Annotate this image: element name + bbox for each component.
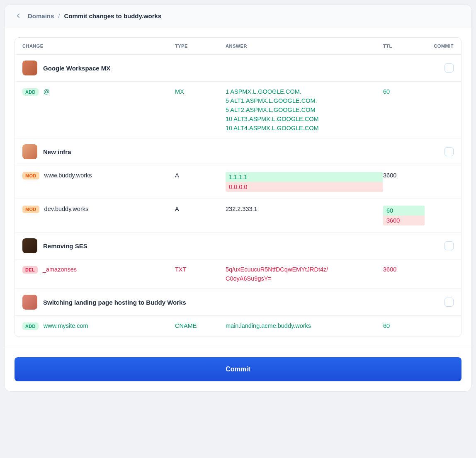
- header: Domains / Commit changes to buddy.works: [5, 5, 471, 27]
- back-icon[interactable]: [15, 12, 22, 19]
- group-title: Google Workspace MX: [43, 65, 444, 72]
- col-header-type: TYPE: [175, 44, 226, 48]
- record-name: @: [44, 88, 50, 95]
- answer-line: 232.2.333.1: [226, 206, 383, 212]
- avatar: [22, 238, 37, 253]
- content: CHANGE TYPE ANSWER TTL COMMIT Google Wor…: [5, 27, 471, 337]
- avatar: [22, 144, 37, 159]
- action-badge: MOD: [22, 206, 39, 213]
- group-commit-checkbox[interactable]: [444, 298, 454, 307]
- group-title: Switching landing page hosting to Buddy …: [43, 299, 444, 306]
- answer-line: 5 ALT1.ASPMX.L.GOOGLE.COM.: [226, 97, 383, 104]
- record-name: _amazonses: [43, 266, 77, 273]
- window: Domains / Commit changes to buddy.works …: [4, 4, 472, 392]
- answer-line: 5 ALT2.ASPMX.L.GOOGLE.COM: [226, 107, 383, 113]
- record-ttl: 3600: [383, 266, 425, 273]
- table-body: Google Workspace MX ADD @MX1 ASPMX.L.GOO…: [15, 55, 461, 337]
- avatar: [22, 61, 37, 75]
- record-answer: 5q/uxEcuucuR5NtfDCqwEMYtJRDt4z/C0oyA6Su9…: [226, 266, 383, 282]
- diff-removed: 3600: [383, 216, 425, 225]
- breadcrumb-current: Commit changes to buddy.works: [64, 12, 162, 19]
- action-badge: ADD: [22, 322, 39, 330]
- answer-line: 10 ALT3.ASPMX.L.GOOGLE.COM: [226, 116, 383, 122]
- action-badge: DEL: [22, 266, 38, 274]
- col-header-ttl: TTL: [383, 44, 425, 48]
- group-header: Switching landing page hosting to Buddy …: [15, 288, 461, 315]
- col-header-answer: ANSWER: [226, 44, 383, 48]
- change-row: ADD www.mysite.comCNAMEmain.landing.acme…: [15, 315, 461, 337]
- record-answer: 1.1.1.1 0.0.0.0: [226, 172, 383, 192]
- group-commit-checkbox[interactable]: [444, 63, 454, 73]
- action-badge: ADD: [22, 88, 39, 96]
- record-ttl: 60: [383, 322, 425, 329]
- change-row: MOD dev.buddy.worksA232.2.333.160 3600: [15, 199, 461, 232]
- group-commit-checkbox[interactable]: [444, 147, 454, 156]
- record-ttl: 3600: [383, 172, 425, 179]
- answer-line: main.landing.acme.buddy.works: [226, 322, 383, 329]
- change-row: MOD www.buddy.worksA1.1.1.1 0.0.0.03600: [15, 165, 461, 199]
- breadcrumb-link-domains[interactable]: Domains: [28, 12, 54, 19]
- record-ttl: 60 3600: [383, 206, 425, 225]
- changes-table: CHANGE TYPE ANSWER TTL COMMIT Google Wor…: [15, 37, 461, 337]
- diff-added: 1.1.1.1: [226, 172, 383, 182]
- diff-removed: 0.0.0.0: [226, 182, 383, 192]
- avatar: [22, 295, 37, 310]
- record-type: MX: [175, 88, 226, 95]
- group-header: Google Workspace MX: [15, 55, 461, 81]
- record-type: A: [175, 172, 226, 179]
- col-header-commit: COMMIT: [425, 44, 454, 48]
- table-header: CHANGE TYPE ANSWER TTL COMMIT: [15, 38, 461, 55]
- breadcrumb: Domains / Commit changes to buddy.works: [28, 12, 161, 19]
- record-type: TXT: [175, 266, 226, 273]
- change-row: DEL _amazonsesTXT5q/uxEcuucuR5NtfDCqwEMY…: [15, 259, 461, 288]
- col-header-change: CHANGE: [22, 44, 175, 48]
- record-type: CNAME: [175, 322, 226, 329]
- group-header: New infra: [15, 138, 461, 165]
- group-header: Removing SES: [15, 232, 461, 259]
- group-title: Removing SES: [43, 242, 444, 250]
- record-name: www.buddy.works: [44, 172, 92, 179]
- footer: Commit: [5, 347, 471, 391]
- record-type: A: [175, 206, 226, 212]
- record-answer: main.landing.acme.buddy.works: [226, 322, 383, 329]
- change-row: ADD @MX1 ASPMX.L.GOOGLE.COM.5 ALT1.ASPMX…: [15, 81, 461, 138]
- record-answer: 232.2.333.1: [226, 206, 383, 212]
- record-answer: 1 ASPMX.L.GOOGLE.COM.5 ALT1.ASPMX.L.GOOG…: [226, 88, 383, 131]
- group-title: New infra: [43, 148, 444, 155]
- record-ttl: 60: [383, 88, 425, 95]
- breadcrumb-separator: /: [58, 12, 60, 19]
- answer-line: 5q/uxEcuucuR5NtfDCqwEMYtJRDt4z/: [226, 266, 383, 273]
- diff-added: 60: [383, 206, 425, 216]
- answer-line: 1 ASPMX.L.GOOGLE.COM.: [226, 88, 383, 95]
- record-name: www.mysite.com: [44, 322, 88, 329]
- group-commit-checkbox[interactable]: [444, 241, 454, 250]
- record-name: dev.buddy.works: [44, 206, 89, 212]
- commit-button[interactable]: Commit: [15, 357, 461, 381]
- answer-line: 10 ALT4.ASPMX.L.GOOGLE.COM: [226, 125, 383, 131]
- answer-line: C0oyA6Su9gsY=: [226, 275, 383, 282]
- action-badge: MOD: [22, 172, 39, 179]
